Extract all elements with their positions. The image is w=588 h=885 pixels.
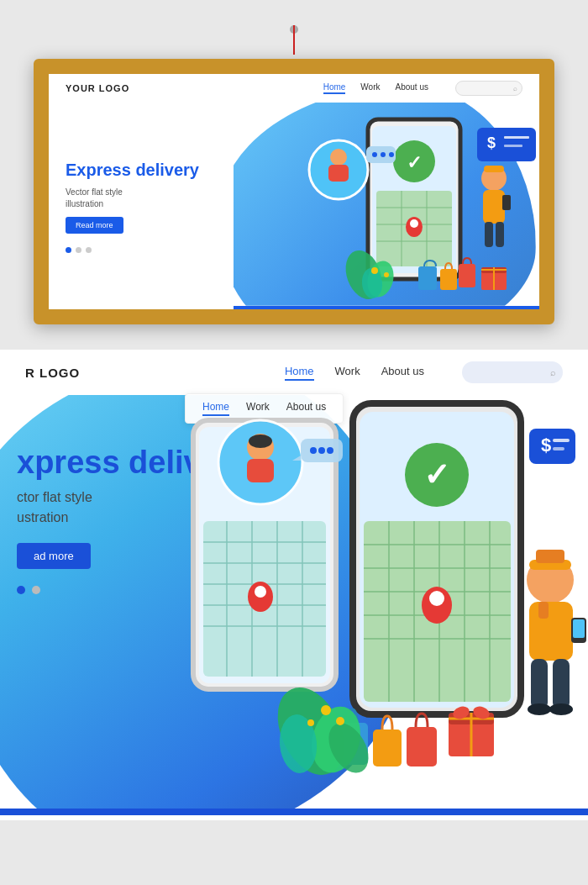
svg-point-104 <box>471 704 491 721</box>
frame-nav-link-home[interactable]: Home <box>323 82 346 94</box>
svg-point-22 <box>389 152 394 157</box>
bottom-section: R LOGO Home Work About us ⌕ Home Work Ab… <box>0 350 588 820</box>
svg-rect-24 <box>484 166 504 172</box>
svg-point-17 <box>330 149 347 166</box>
bottom-search-bar[interactable]: ⌕ <box>462 361 563 383</box>
svg-rect-86 <box>529 560 571 570</box>
frame-hero-dots <box>66 247 217 253</box>
svg-rect-25 <box>483 190 505 224</box>
frame-hero-subtitle: Vector flat styleillustration <box>66 187 217 210</box>
bottom-hero-dots <box>17 586 249 594</box>
bottom-nav-link-home[interactable]: Home <box>285 365 314 381</box>
frame-hero-title: Express delivery <box>66 160 217 180</box>
sub-nav-bar: Home Work About us <box>185 393 344 424</box>
bottom-hero: xpress delivery ctor flat styleustration… <box>0 395 588 815</box>
frame-site-mockup: YOUR LOGO Home Work About us ⌕ Express d… <box>49 74 539 309</box>
svg-point-66 <box>405 443 469 507</box>
svg-rect-31 <box>459 264 475 287</box>
frame-nav: YOUR LOGO Home Work About us ⌕ <box>49 74 539 103</box>
frame-nav-logo: YOUR LOGO <box>66 83 129 93</box>
svg-rect-94 <box>571 618 586 643</box>
svg-rect-26 <box>485 222 493 247</box>
svg-point-92 <box>528 703 551 715</box>
frame-search-bar[interactable]: ⌕ <box>455 81 522 96</box>
svg-text:✓: ✓ <box>423 457 450 493</box>
svg-point-80 <box>429 591 444 606</box>
svg-rect-100 <box>449 713 494 724</box>
svg-point-93 <box>549 703 573 715</box>
sub-nav-link-home[interactable]: Home <box>202 401 229 416</box>
bottom-nav-link-about[interactable]: About us <box>381 365 424 381</box>
svg-point-39 <box>371 267 378 274</box>
frame-nav-link-about[interactable]: About us <box>396 82 428 94</box>
frame-nav-link-work[interactable]: Work <box>360 82 380 94</box>
svg-rect-98 <box>407 727 437 766</box>
bottom-nav-link-work[interactable]: Work <box>335 365 360 381</box>
wooden-frame: YOUR LOGO Home Work About us ⌕ Express d… <box>34 59 554 324</box>
svg-point-21 <box>381 152 386 157</box>
svg-rect-29 <box>418 266 437 290</box>
svg-rect-90 <box>531 659 548 709</box>
svg-text:$: $ <box>487 134 496 151</box>
svg-rect-27 <box>496 222 504 247</box>
hanging-frame-wrapper: YOUR LOGO Home Work About us ⌕ Express d… <box>34 25 554 324</box>
frame-nav-links: Home Work About us <box>323 82 428 94</box>
frame-dot-1 <box>66 247 71 253</box>
frame-hero-right: ✓ $ <box>234 103 539 309</box>
bottom-hero-text: xpress delivery ctor flat styleustration… <box>17 445 249 594</box>
frame-hero: Express delivery Vector flat styleillust… <box>49 103 539 309</box>
bottom-search-icon: ⌕ <box>550 367 556 377</box>
bottom-nav-links: Home Work About us <box>285 365 424 381</box>
svg-point-79 <box>422 587 452 624</box>
frame-search-icon: ⌕ <box>513 85 517 92</box>
svg-rect-84 <box>553 447 564 450</box>
svg-rect-18 <box>328 165 349 182</box>
bottom-read-more-button[interactable]: ad more <box>17 543 91 569</box>
svg-rect-14 <box>504 136 529 139</box>
svg-rect-81 <box>529 429 575 464</box>
svg-rect-15 <box>504 145 522 147</box>
frame-read-more-button[interactable]: Read more <box>66 217 123 234</box>
sub-nav-link-about[interactable]: About us <box>286 401 326 416</box>
svg-rect-89 <box>538 602 549 619</box>
svg-point-103 <box>451 704 471 721</box>
svg-point-85 <box>527 556 574 603</box>
bottom-hero-subtitle: ctor flat styleustration <box>17 487 249 528</box>
svg-point-20 <box>372 152 377 157</box>
frame-illustration-svg: ✓ $ <box>234 103 539 309</box>
svg-text:✓: ✓ <box>407 152 422 173</box>
svg-point-11 <box>410 219 418 228</box>
frame-hero-left: Express delivery Vector flat styleillust… <box>49 103 234 309</box>
frame-dot-3 <box>86 247 92 253</box>
svg-rect-88 <box>529 602 573 661</box>
bottom-nav-logo: R LOGO <box>25 366 80 380</box>
sub-nav-link-work[interactable]: Work <box>246 401 270 416</box>
svg-rect-30 <box>440 269 457 290</box>
svg-text:$: $ <box>541 435 551 456</box>
svg-rect-83 <box>553 439 570 442</box>
svg-rect-91 <box>553 659 570 709</box>
svg-rect-99 <box>449 719 494 756</box>
bottom-dot-2 <box>32 586 40 594</box>
svg-point-40 <box>384 272 389 277</box>
hanger <box>34 25 554 59</box>
svg-rect-95 <box>573 619 585 638</box>
frame-bottom-bar <box>234 306 539 309</box>
svg-rect-87 <box>536 550 564 563</box>
bottom-nav: R LOGO Home Work About us ⌕ <box>0 350 588 395</box>
bottom-dot-1 <box>17 586 25 594</box>
svg-rect-28 <box>502 195 511 210</box>
frame-dot-2 <box>76 247 81 253</box>
hanger-wire <box>293 25 295 55</box>
bottom-hero-title: xpress delivery <box>17 445 249 481</box>
